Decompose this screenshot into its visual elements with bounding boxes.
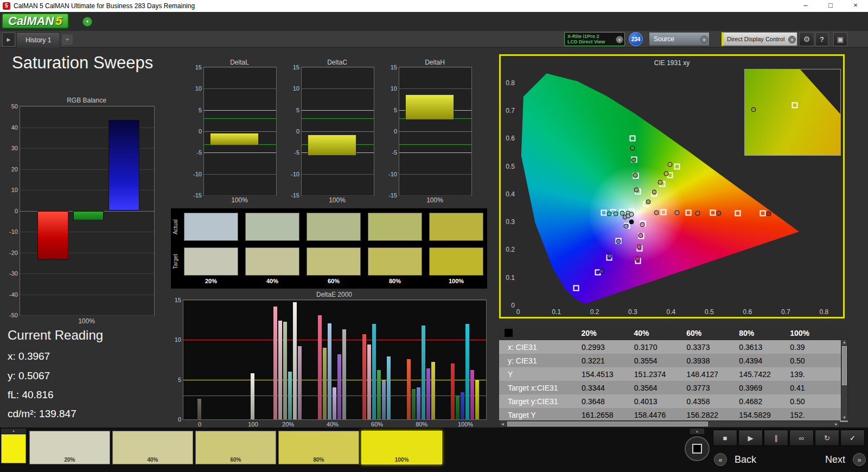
chevron-down-icon[interactable]: ▼ — [616, 36, 623, 43]
y-axis-tick: 0 — [382, 128, 397, 135]
chevron-down-icon[interactable]: ▼ — [700, 36, 708, 43]
target-swatch-40% — [245, 247, 299, 276]
title-bar: 5 CalMAN 5 CalMAN Ultimate for Business … — [0, 0, 868, 12]
row-label: Target y:CIE31 — [499, 397, 578, 406]
green-reference-line — [399, 144, 471, 145]
saturation-swatch-100%[interactable]: 100% — [361, 431, 442, 464]
table-header-row: 20%40%60%80%100% — [499, 326, 848, 340]
deltae-bar — [283, 322, 287, 419]
deltae-bar — [407, 359, 411, 419]
meter-dropdown[interactable]: X-Rite i1Pro 2 LCD Direct View ▼ — [564, 32, 625, 46]
deltal-title: DeltaL — [203, 59, 276, 66]
cell-value: 139. — [787, 370, 848, 379]
minimize-button[interactable]: – — [793, 0, 818, 12]
cell-value: 0.3344 — [578, 384, 631, 392]
chevron-down-icon[interactable]: ▼ — [788, 36, 796, 43]
swatch-tab-handle[interactable]: ▲ — [1, 429, 26, 433]
deltal-chart: 151050-5-10-15 — [203, 67, 277, 196]
read-measurement-button[interactable] — [685, 436, 710, 461]
row-label: Target x:CIE31 — [499, 384, 578, 392]
saturation-swatch-20%[interactable]: 20% — [29, 431, 110, 464]
cell-value: 0.3938 — [684, 356, 736, 365]
loop-button[interactable]: ↻ — [815, 430, 839, 446]
y-axis-tick: 40 — [3, 124, 18, 131]
y-axis-tick: -40 — [3, 291, 18, 298]
accept-button[interactable]: ✓ — [840, 430, 865, 446]
measured-point — [624, 224, 629, 229]
scroll-right-icon[interactable]: ► — [834, 422, 838, 426]
measured-point — [613, 211, 618, 216]
scroll-down-icon[interactable]: ▼ — [841, 416, 847, 419]
target-row-label: Target — [173, 247, 180, 276]
tab-history-1[interactable]: History 1 — [16, 32, 60, 48]
continuous-button[interactable]: ∞ — [789, 430, 814, 446]
meter-count-badge[interactable]: 234 — [629, 32, 643, 46]
transport-caret-button[interactable]: ▲ — [690, 429, 704, 434]
next-button[interactable]: Next » — [791, 450, 866, 469]
saturation-swatch-80%[interactable]: 80% — [278, 431, 359, 464]
saturation-swatch-60%[interactable]: 60% — [195, 431, 276, 464]
deltae-bar — [278, 321, 282, 419]
table-horizontal-scrollbar[interactable]: ◄ ► — [499, 420, 840, 428]
logo-dropdown-button[interactable]: ▼ — [82, 17, 92, 27]
help-button[interactable]: ? — [815, 32, 828, 46]
y-axis-tick: -15 — [284, 192, 299, 199]
measured-point — [629, 212, 634, 217]
swatch-column-label: 60% — [307, 278, 361, 284]
measured-point — [599, 269, 604, 273]
layout-button[interactable]: ▣ — [833, 32, 847, 46]
scroll-left-icon[interactable]: ◄ — [501, 422, 505, 426]
y-axis-tick: -10 — [187, 171, 202, 177]
gridline — [20, 106, 154, 107]
cell-value: 0.4358 — [684, 397, 736, 406]
green-reference-line — [204, 118, 276, 119]
app-icon: 5 — [3, 2, 10, 10]
play-button[interactable]: ▶ — [738, 430, 763, 446]
red-reference-line — [204, 174, 276, 175]
y-axis-tick: 15 — [166, 297, 181, 303]
panel-expand-button[interactable]: ▶ — [2, 33, 15, 47]
cell-value: 0.39 — [787, 343, 848, 352]
pause-button[interactable]: ∥ — [764, 430, 788, 446]
scroll-thumb[interactable] — [842, 346, 847, 385]
y-axis-tick: 15 — [284, 64, 299, 71]
table-row: x: CIE310.29930.31700.33730.36130.39 — [499, 340, 848, 354]
maximize-button[interactable]: □ — [818, 0, 843, 12]
y-axis-tick: 10 — [382, 85, 397, 92]
reading-y-label: y: — [8, 370, 16, 381]
cell-value: 0.50 — [787, 397, 848, 406]
cell-value: 154.4513 — [578, 370, 631, 379]
x-axis-tick: 100 — [248, 421, 258, 428]
source-dropdown[interactable]: Source ▼ — [649, 32, 710, 46]
cell-value: 0.3773 — [684, 384, 736, 392]
yellow-reference-line — [399, 152, 471, 153]
row-label: x: CIE31 — [499, 343, 578, 352]
stop-button[interactable]: ■ — [713, 430, 737, 446]
table-vertical-scrollbar[interactable]: ▲ ▼ — [841, 339, 848, 420]
deltae-bar — [456, 396, 459, 419]
close-button[interactable]: × — [843, 0, 868, 12]
target-point — [760, 211, 766, 216]
gear-icon[interactable]: ⚙ — [799, 32, 814, 46]
swatch-label: 100% — [362, 457, 442, 463]
y-axis-tick: 0.5 — [506, 163, 515, 170]
deltae-bar — [470, 370, 474, 419]
y-axis-tick: 10 — [284, 85, 299, 92]
saturation-swatch-40%[interactable]: 40% — [112, 431, 193, 464]
swatch-label: 60% — [196, 457, 276, 463]
target-point — [735, 210, 741, 216]
measured-point — [634, 188, 639, 193]
deltal-value-bar — [210, 133, 259, 145]
add-tab-button[interactable]: + — [62, 34, 73, 45]
scroll-thumb[interactable] — [507, 422, 708, 426]
display-control-dropdown[interactable]: Direct Display Control ▼ — [722, 32, 797, 46]
y-axis-tick: 0.7 — [506, 107, 515, 114]
cell-value: 0.4682 — [736, 397, 787, 406]
back-button[interactable]: « Back — [714, 450, 789, 469]
reading-x-value: 0.3967 — [18, 350, 50, 362]
deltae-bar — [412, 389, 416, 419]
scroll-up-icon[interactable]: ▲ — [841, 340, 847, 344]
gridline — [20, 315, 154, 316]
deltac-xlabel: 100% — [301, 196, 373, 204]
target-swatch-80% — [368, 247, 422, 276]
